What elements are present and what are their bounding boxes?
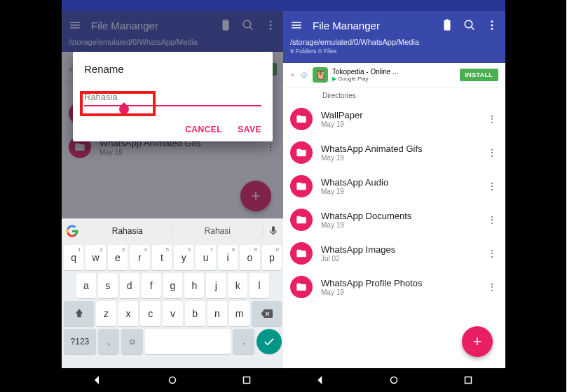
item-more-icon[interactable]: ⋮ [486, 281, 498, 293]
file-name: WhatsApp Documents [321, 211, 477, 221]
key-shift[interactable] [64, 301, 94, 326]
nav-bar [283, 368, 505, 392]
nav-recent-icon[interactable] [240, 374, 253, 386]
menu-icon[interactable] [290, 19, 303, 31]
key-t[interactable]: t5 [152, 245, 172, 270]
key-m[interactable]: m [229, 301, 250, 326]
key-p[interactable]: p0 [262, 245, 282, 270]
list-item[interactable]: WhatsApp Audio May 19 ⋮ [283, 169, 505, 203]
suggestion-bar: Rahasia Rahasi [62, 218, 283, 242]
key-emoji[interactable]: ☺ [121, 329, 143, 354]
dialog-title: Rename [84, 63, 261, 75]
list-item[interactable]: WhatsApp Images Jul 02 ⋮ [283, 237, 505, 270]
nav-bar [62, 368, 283, 392]
key-y[interactable]: y6 [174, 245, 193, 270]
file-name: WhatsApp Animated Gifs [321, 144, 477, 154]
folder-icon [290, 108, 313, 130]
file-date: May 19 [321, 154, 477, 162]
file-name: WallPaper [321, 110, 477, 120]
list-item[interactable]: WallPaper May 19 ⋮ [283, 102, 505, 136]
google-icon[interactable] [62, 225, 83, 237]
key-r[interactable]: r4 [130, 245, 149, 270]
key-c[interactable]: c [140, 301, 160, 326]
key-h[interactable]: h [184, 273, 204, 298]
file-list: WallPaper May 19 ⋮ WhatsApp Animated Gif… [283, 102, 505, 304]
key-o[interactable]: o9 [240, 245, 259, 270]
nav-back-icon[interactable] [314, 374, 327, 386]
svg-point-8 [391, 377, 397, 384]
cancel-button[interactable]: CANCEL [185, 125, 222, 134]
folder-icon [290, 209, 313, 231]
mic-icon[interactable] [263, 225, 283, 237]
status-bar [62, 0, 283, 11]
key-e[interactable]: e3 [108, 245, 128, 270]
nav-home-icon[interactable] [166, 374, 179, 386]
key-w[interactable]: w2 [86, 245, 105, 270]
key-l[interactable]: l [250, 273, 269, 298]
item-more-icon[interactable]: ⋮ [486, 248, 498, 259]
key-comma[interactable]: , [98, 329, 120, 354]
key-u[interactable]: u7 [196, 245, 215, 270]
key-q[interactable]: q1 [64, 245, 83, 270]
key-j[interactable]: j [206, 273, 226, 298]
key-k[interactable]: k [228, 273, 247, 298]
svg-point-5 [491, 20, 493, 22]
file-date: Jul 02 [321, 255, 477, 262]
svg-point-3 [170, 377, 176, 384]
item-more-icon[interactable]: ⋮ [486, 113, 498, 125]
item-more-icon[interactable]: ⋮ [486, 147, 498, 158]
file-date: May 19 [321, 221, 477, 229]
ad-row[interactable]: ✕ ⓘ 🦉 Tokopedia - Online ... Google Play… [283, 63, 505, 88]
key-d[interactable]: d [120, 273, 139, 298]
key-s[interactable]: s [98, 273, 118, 298]
key-period[interactable]: . [233, 329, 254, 354]
key-n[interactable]: n [207, 301, 228, 326]
nav-home-icon[interactable] [388, 374, 400, 386]
key-g[interactable]: g [163, 273, 183, 298]
key-b[interactable]: b [185, 301, 205, 326]
file-date: May 19 [321, 188, 477, 195]
key-enter[interactable] [257, 329, 282, 354]
list-item[interactable]: WhatsApp Documents May 19 ⋮ [283, 203, 505, 237]
clipboard-icon[interactable] [441, 19, 453, 31]
nav-recent-icon[interactable] [462, 374, 474, 386]
suggestion-2[interactable]: Rahasi [173, 226, 264, 236]
fab-add[interactable]: + [462, 326, 493, 357]
svg-point-6 [491, 24, 493, 27]
phone-left: File Mananger /storage/emulated/0/WhatsA… [0, 0, 283, 392]
svg-rect-4 [244, 377, 250, 384]
folder-icon [290, 141, 313, 164]
key-backspace[interactable] [252, 301, 282, 326]
key-a[interactable]: a [76, 273, 96, 298]
section-label: Directories [283, 88, 505, 102]
key-x[interactable]: x [118, 301, 139, 326]
svg-point-7 [491, 28, 493, 30]
item-more-icon[interactable]: ⋮ [486, 181, 498, 192]
app-bar: File Mananger /storage/emulated/0/WhatsA… [283, 11, 505, 63]
svg-rect-9 [465, 377, 472, 384]
search-icon[interactable] [463, 19, 476, 31]
path-text: /storage/emulated/0/WhatsApp/Media [290, 35, 498, 48]
more-icon[interactable] [486, 19, 498, 31]
ad-info-icon[interactable]: ⓘ [301, 71, 308, 79]
key-z[interactable]: z [96, 301, 116, 326]
nav-back-icon[interactable] [93, 374, 105, 386]
suggestion-1[interactable]: Rahasia [83, 226, 173, 236]
file-date: May 19 [321, 120, 477, 128]
list-item[interactable]: WhatsApp Profile Photos May 19 ⋮ [283, 270, 505, 304]
status-bar [283, 0, 505, 11]
keyboard[interactable]: q1w2e3r4t5y6u7i8o9p0 asdfghjkl zxcvbnm ?… [62, 242, 283, 368]
ad-close-icon[interactable]: ✕ [290, 72, 297, 78]
folder-icon [290, 242, 313, 265]
folder-icon [290, 175, 313, 197]
key-i[interactable]: i8 [218, 245, 238, 270]
key-v[interactable]: v [163, 301, 183, 326]
item-more-icon[interactable]: ⋮ [486, 214, 498, 225]
key-symbols[interactable]: ?123 [64, 329, 96, 354]
key-f[interactable]: f [142, 273, 161, 298]
key-space[interactable] [145, 329, 231, 354]
save-button[interactable]: SAVE [238, 125, 261, 134]
install-button[interactable]: INSTALL [460, 69, 498, 81]
list-item[interactable]: WhatsApp Animated Gifs May 19 ⋮ [283, 136, 505, 169]
rename-input[interactable] [84, 89, 261, 106]
